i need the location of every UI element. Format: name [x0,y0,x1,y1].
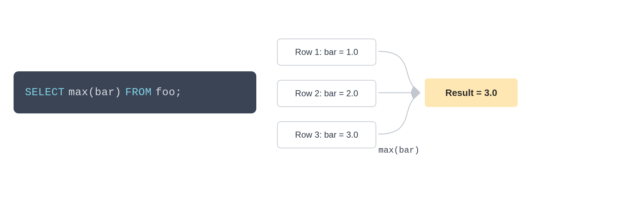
sql-terminator: ; [175,86,182,98]
row-label: Row 2: bar = 2.0 [295,88,358,98]
function-call: max(bar) [69,86,121,98]
keyword-select: SELECT [25,86,65,98]
table-name: foo [155,86,175,98]
row-box-1: Row 1: bar = 1.0 [277,39,376,66]
arrow-bottom-icon [378,93,419,134]
sql-code-block: SELECT max(bar) FROM foo; [14,71,256,113]
arrow-top-icon [378,51,419,92]
aggregate-function-label: max(bar) [378,146,419,155]
result-box: Result = 3.0 [425,78,518,107]
row-box-2: Row 2: bar = 2.0 [277,80,376,107]
keyword-from: FROM [125,86,152,98]
result-label: Result = 3.0 [445,87,497,98]
row-label: Row 1: bar = 1.0 [295,47,358,57]
row-label: Row 3: bar = 3.0 [295,130,358,140]
row-box-3: Row 3: bar = 3.0 [277,121,376,148]
diagram-canvas: SELECT max(bar) FROM foo; Row 1: bar = 1… [0,0,644,214]
